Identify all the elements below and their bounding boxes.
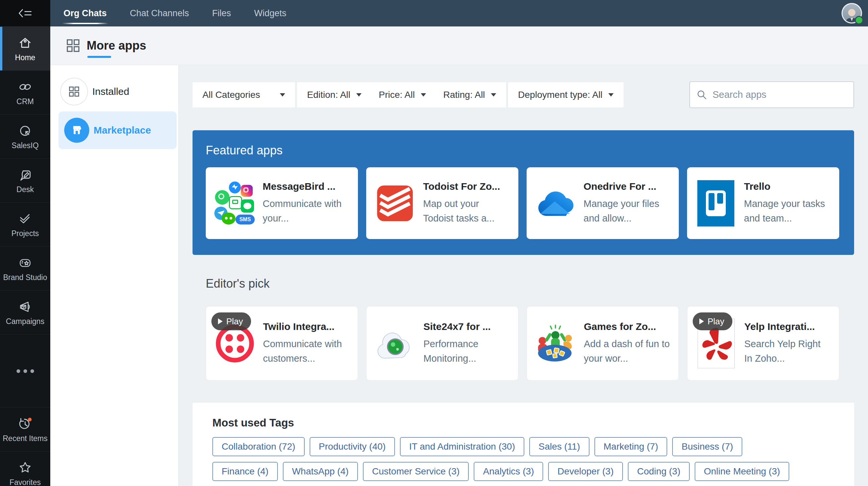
sidebar-item-campaigns[interactable]: Campaigns	[0, 290, 50, 334]
app-card-games[interactable]: Games for Zo... Add a dash of fun to you…	[527, 306, 679, 381]
app-description: Add a dash of fun to your wor...	[584, 337, 671, 366]
play-video-button[interactable]: Play	[693, 313, 733, 330]
sidebar-item-label: Home	[15, 54, 35, 62]
app-description: Search Yelp Right In Zoho...	[744, 337, 831, 366]
sidebar-item-crm[interactable]: CRM	[0, 70, 50, 115]
sidebar-item-label: Favorites	[9, 479, 41, 486]
whatsapp-icon	[215, 190, 229, 205]
app-name: Trello	[744, 181, 831, 192]
play-icon	[699, 318, 704, 324]
tab-widgets[interactable]: Widgets	[254, 8, 286, 19]
tag-coding[interactable]: Coding (3)	[628, 462, 690, 481]
featured-apps-title: Featured apps	[206, 143, 841, 157]
sidebar-more-button[interactable]	[0, 334, 50, 407]
edition-filter-dropdown[interactable]: Edition: All	[307, 90, 362, 100]
sidebar-item-recent-items[interactable]: Recent Items	[0, 407, 50, 451]
messenger-icon	[229, 182, 241, 193]
app-card-messagebird[interactable]: SMS MessageBird ... Communicate with you…	[206, 167, 358, 239]
tag-marketing[interactable]: Marketing (7)	[594, 437, 668, 456]
onedrive-icon	[535, 179, 576, 228]
editors-pick-title: Editor's pick	[206, 277, 854, 291]
sidebar-item-salesiq[interactable]: SalesIQ	[0, 115, 50, 158]
app-card-onedrive[interactable]: Onedrive For ... Manage your files and a…	[527, 167, 679, 239]
tag-developer[interactable]: Developer (3)	[548, 462, 623, 481]
collapse-sidebar-button[interactable]	[0, 0, 50, 27]
projects-icon	[18, 212, 33, 226]
filters-bar: All Categories Edition: All Price: All R…	[192, 81, 854, 108]
more-dots-icon	[17, 369, 34, 373]
tag-finance[interactable]: Finance (4)	[212, 462, 278, 481]
app-name: Yelp Integrati...	[744, 321, 831, 332]
app-card-site24x7[interactable]: Site24x7 for ... Performance Monitoring.…	[366, 306, 518, 381]
app-card-trello[interactable]: Trello Manage your tasks and team...	[687, 167, 839, 239]
salesiq-icon	[18, 124, 33, 138]
tag-whatsapp[interactable]: WhatsApp (4)	[283, 462, 358, 481]
tag-collaboration[interactable]: Collaboration (72)	[212, 437, 305, 456]
collapse-icon	[18, 7, 33, 19]
app-name: Onedrive For ...	[584, 181, 671, 192]
home-icon	[18, 36, 33, 50]
search-icon	[696, 90, 707, 100]
deployment-filter-dropdown[interactable]: Deployment type: All	[508, 82, 624, 107]
tags-row-2: Finance (4) WhatsApp (4) Customer Servic…	[212, 462, 834, 481]
user-avatar[interactable]	[841, 3, 862, 24]
app-description: Communicate with your...	[262, 197, 350, 225]
play-video-button[interactable]: Play	[211, 313, 251, 330]
app-name: MessageBird ...	[262, 181, 350, 192]
tab-chat-channels[interactable]: Chat Channels	[130, 8, 189, 19]
category-filter-dropdown[interactable]: All Categories	[192, 82, 295, 107]
tag-sales[interactable]: Sales (11)	[529, 437, 589, 456]
app-sidebar: Home CRM SalesIQ Desk	[0, 27, 50, 486]
filter-group: Edition: All Price: All Rating: All	[297, 82, 506, 107]
app-card-yelp[interactable]: Play Yelp Integrati...	[687, 306, 839, 381]
rating-filter-label: Rating: All	[443, 90, 485, 100]
app-card-todoist[interactable]: Todoist For Zo... Map out your Todoist t…	[366, 167, 518, 239]
topbar-tabs: Org Chats Chat Channels Files Widgets	[63, 8, 286, 19]
app-description: Communicate with customers...	[263, 337, 350, 366]
crm-icon	[17, 80, 33, 94]
messagebird-icon: SMS	[214, 179, 255, 228]
sidebar-item-favorites[interactable]: Favorites	[0, 451, 50, 486]
sidebar-item-label: Projects	[11, 230, 39, 237]
tag-productivity[interactable]: Productivity (40)	[310, 437, 395, 456]
tag-business[interactable]: Business (7)	[672, 437, 742, 456]
chevron-down-icon	[280, 93, 285, 97]
tab-org-chats[interactable]: Org Chats	[63, 8, 107, 19]
tag-customer-service[interactable]: Customer Service (3)	[363, 462, 469, 481]
play-label: Play	[708, 316, 724, 327]
app-description: Manage your files and allow...	[584, 197, 671, 225]
page-title: More apps	[87, 39, 146, 53]
deployment-filter-label: Deployment type: All	[518, 90, 602, 100]
sidebar-item-label: Brand Studio	[3, 274, 47, 281]
instagram-icon	[241, 185, 253, 197]
desk-icon	[18, 168, 33, 182]
app-description: Performance Monitoring...	[424, 337, 510, 366]
category-filter-label: All Categories	[203, 90, 260, 100]
tag-online-meeting[interactable]: Online Meeting (3)	[695, 462, 789, 481]
chevron-down-icon	[608, 93, 614, 97]
nav-item-marketplace[interactable]: Marketplace	[59, 111, 177, 149]
sidebar-item-home[interactable]: Home	[0, 27, 50, 70]
sidebar-item-projects[interactable]: Projects	[0, 202, 50, 246]
edition-filter-label: Edition: All	[307, 90, 350, 100]
marketplace-icon-circle	[64, 118, 89, 143]
sidebar-item-brand-studio[interactable]: Brand Studio	[0, 246, 50, 290]
tag-it-and-administration[interactable]: IT and Administration (30)	[400, 437, 524, 456]
app-card-twilio[interactable]: Play Twilio Integra... Communicate with …	[206, 306, 358, 381]
tag-analytics[interactable]: Analytics (3)	[474, 462, 543, 481]
price-filter-label: Price: All	[379, 90, 415, 100]
games-icon	[535, 319, 576, 368]
cliq-chat-icon	[229, 196, 242, 209]
apps-nav-panel: Installed Marketplace	[50, 65, 179, 486]
rating-filter-dropdown[interactable]: Rating: All	[443, 90, 496, 100]
search-input[interactable]	[713, 89, 847, 100]
recent-items-icon	[17, 417, 33, 431]
tab-files[interactable]: Files	[212, 8, 231, 19]
app-name: Todoist For Zo...	[423, 181, 510, 192]
play-label: Play	[226, 316, 243, 327]
price-filter-dropdown[interactable]: Price: All	[379, 90, 426, 100]
storefront-icon	[70, 123, 84, 137]
editors-pick-cards-row: Play Twilio Integra... Communicate with …	[206, 306, 854, 381]
nav-item-installed[interactable]: Installed	[54, 77, 172, 106]
sidebar-item-desk[interactable]: Desk	[0, 158, 50, 202]
